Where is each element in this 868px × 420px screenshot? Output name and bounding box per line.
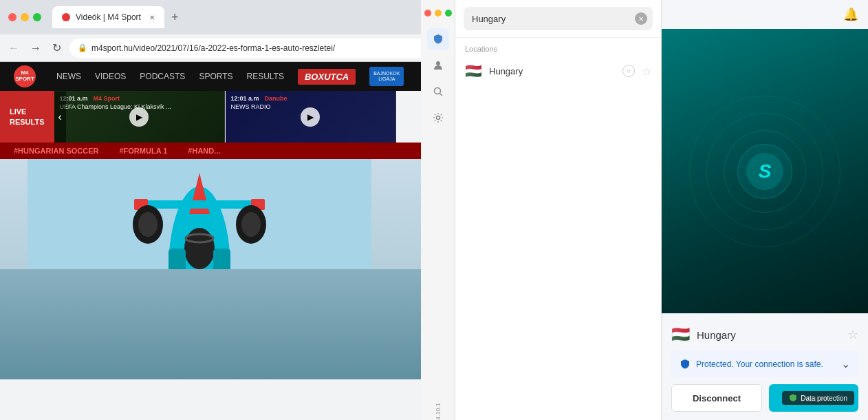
champions-league-logo: BAJNOKOK LIGÁJA: [369, 67, 404, 86]
tab-title: Videók | M4 Sport: [76, 12, 141, 22]
live-results-section: LIVE RESULTS ‹ 12:01 a.m M4 Sport UEFA C…: [0, 91, 421, 143]
site-topbar: M4SPORT NEWS VIDEOS PODCASTS SPORTS RESU…: [0, 62, 421, 91]
live-results-text: LIVE RESULTS: [10, 107, 45, 127]
vpn-logo-circle: S: [746, 153, 783, 190]
vpn-main-panel: 🔔 S 🇭🇺 Hungary ☆ Protect: [662, 0, 868, 420]
data-protection-shield-icon: [789, 394, 797, 402]
champions-badge: BAJNOKOK LIGÁJA: [369, 67, 404, 86]
svg-point-16: [133, 299, 156, 329]
vpn-bell-icon[interactable]: 🔔: [843, 7, 858, 22]
vpn-logo-letter: S: [759, 160, 772, 182]
data-protection-text: Data protection: [801, 395, 847, 402]
tab-favicon: [62, 13, 70, 21]
news-card-2[interactable]: 12:01 a.m Danube NEWS RADIO ▶: [226, 91, 396, 143]
vpn-search-container: ✕: [464, 7, 653, 30]
vpn-maximize-dot[interactable]: [445, 10, 452, 17]
vpn-main-header: 🔔: [662, 0, 868, 29]
svg-rect-10: [239, 333, 251, 346]
vpn-status-chevron: ⌄: [841, 357, 850, 370]
svg-rect-5: [144, 200, 254, 209]
carousel-prev-button[interactable]: ‹: [54, 91, 66, 143]
minimize-button[interactable]: [21, 13, 29, 21]
vpn-left-bar: 4.10.1: [421, 0, 455, 420]
vpn-status-bar[interactable]: Protected. Your connection is safe. ⌄: [671, 350, 858, 377]
vpn-selected-fav-btn[interactable]: ☆: [847, 327, 858, 342]
svg-rect-20: [213, 249, 230, 290]
nav-results[interactable]: RESULTS: [247, 72, 284, 81]
nav-sports[interactable]: SPORTS: [199, 72, 232, 81]
news-carousel: ‹ 12:01 a.m M4 Sport UEFA Champions Leag…: [54, 91, 421, 143]
svg-point-14: [241, 212, 261, 237]
lock-icon: 🔒: [78, 43, 87, 52]
svg-point-15: [127, 292, 162, 336]
nav-news[interactable]: NEWS: [56, 72, 81, 81]
maximize-button[interactable]: [33, 13, 41, 21]
live-results-bar[interactable]: LIVE RESULTS: [0, 91, 54, 143]
vpn-panel: 4.10.1 ✕ Locations 🇭🇺 Hungary ○ ☆ 🔔: [421, 0, 868, 420]
vpn-shield-nav-btn[interactable]: [427, 28, 449, 50]
vpn-selected-location: 🇭🇺 Hungary ☆: [671, 322, 858, 350]
vpn-shield-nav-icon: [433, 34, 444, 45]
vpn-status-shield-icon: [680, 359, 691, 370]
boxutca-logo[interactable]: BOXUTCA: [298, 69, 356, 85]
vpn-location-hungary[interactable]: 🇭🇺 Hungary ○ ☆: [455, 56, 661, 86]
vpn-settings-nav-btn[interactable]: [427, 107, 449, 129]
traffic-lights: [8, 13, 41, 21]
news-play-2[interactable]: ▶: [301, 107, 320, 127]
vpn-settings-icon: [433, 112, 444, 123]
vpn-search-clear-btn[interactable]: ✕: [635, 12, 647, 25]
m4-logo: M4SPORT: [14, 65, 36, 87]
site-logo: M4SPORT: [14, 65, 36, 87]
svg-rect-8: [151, 335, 248, 344]
svg-line-26: [440, 94, 442, 96]
vpn-locations-label: Locations: [455, 38, 661, 56]
vpn-person-nav-btn[interactable]: [427, 54, 449, 76]
hashtag-1[interactable]: #HUNGARIAN SOCCER: [14, 147, 98, 155]
tab-close-button[interactable]: ✕: [149, 14, 155, 21]
data-protection-badge[interactable]: Data protection: [782, 391, 854, 405]
vpn-search-nav-btn[interactable]: [427, 81, 449, 103]
vpn-disconnect-button[interactable]: Disconnect: [671, 384, 762, 412]
hungary-location-name: Hungary: [489, 66, 616, 76]
nav-videos[interactable]: VIDEOS: [95, 72, 126, 81]
svg-text:PIRELLI: PIRELLI: [191, 304, 211, 311]
hashtag-2[interactable]: #FORMULA 1: [119, 147, 167, 155]
vpn-search-panel: ✕ Locations 🇭🇺 Hungary ○ ☆: [455, 0, 662, 420]
vpn-search-header: ✕: [455, 0, 661, 38]
hungary-select-btn[interactable]: ○: [622, 65, 635, 77]
svg-point-18: [243, 299, 266, 329]
browser-tab[interactable]: Videók | M4 Sport ✕: [52, 6, 164, 28]
news-card-1[interactable]: 12:01 a.m M4 Sport UEFA Champions League…: [54, 91, 225, 143]
hero-image: aromco PIRELLI: [0, 159, 421, 379]
vpn-search-nav-icon: [433, 86, 444, 97]
vpn-person-icon: [433, 60, 444, 71]
nav-podcasts[interactable]: PODCASTS: [140, 72, 185, 81]
hungary-favorite-btn[interactable]: ☆: [642, 65, 651, 78]
svg-point-17: [237, 292, 272, 336]
svg-point-27: [436, 116, 440, 120]
vpn-window-controls: [422, 6, 455, 21]
vpn-minimize-dot[interactable]: [435, 10, 442, 17]
champions-text: BAJNOKOK LIGÁJA: [373, 71, 400, 83]
f1-car-svg: aromco PIRELLI: [0, 159, 399, 379]
vpn-hero-graphic: S: [662, 29, 868, 313]
hashtag-3[interactable]: #HAND...: [188, 147, 220, 155]
refresh-button[interactable]: ↻: [50, 39, 64, 57]
new-tab-button[interactable]: +: [167, 10, 183, 25]
svg-text:aromco: aromco: [189, 291, 214, 298]
svg-rect-9: [148, 333, 160, 346]
svg-rect-1: [28, 297, 371, 379]
news-play-1[interactable]: ▶: [129, 107, 149, 127]
site-nav: NEWS VIDEOS PODCASTS SPORTS RESULTS: [56, 72, 284, 81]
vpn-version: 4.10.1: [435, 397, 442, 420]
back-button[interactable]: ←: [6, 39, 22, 57]
svg-rect-19: [169, 249, 186, 290]
vpn-selected-country-name: Hungary: [697, 329, 840, 341]
vpn-close-dot[interactable]: [424, 10, 431, 17]
news-channel-1: M4 Sport: [94, 95, 120, 102]
news-time-2: 12:01 a.m: [231, 95, 259, 102]
close-button[interactable]: [8, 13, 17, 21]
vpn-search-input[interactable]: [464, 7, 653, 30]
forward-button[interactable]: →: [28, 39, 44, 57]
vpn-selected-flag: 🇭🇺: [671, 326, 690, 344]
